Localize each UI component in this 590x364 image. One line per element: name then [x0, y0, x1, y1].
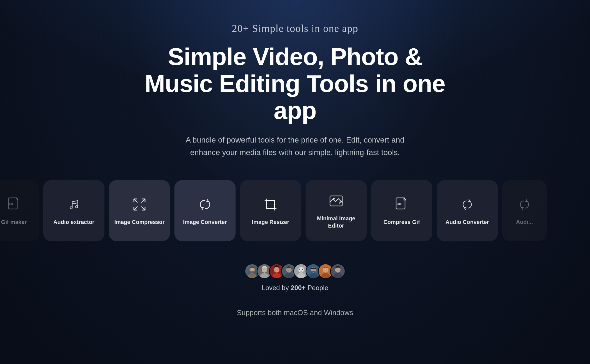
gif-file-icon: GIF: [5, 196, 23, 213]
hero-subtitle: A bundle of powerful tools for the price…: [181, 134, 409, 159]
tool-card-minimal-image-editor[interactable]: Minimal Image Editor: [306, 180, 367, 241]
svg-point-21: [298, 267, 304, 273]
tool-card-image-converter[interactable]: Image Converter: [174, 180, 236, 241]
refresh-audio-icon: [458, 196, 476, 213]
svg-point-12: [262, 267, 267, 273]
tool-card-image-resizer[interactable]: Image Resizer: [240, 180, 301, 241]
svg-point-15: [274, 267, 279, 273]
compress-arrows-icon: [131, 196, 148, 213]
music-notes-icon: [65, 196, 83, 213]
svg-point-4: [333, 198, 335, 200]
svg-point-23: [299, 269, 300, 270]
loved-text: Loved by 200+ People: [262, 284, 328, 292]
svg-point-10: [251, 268, 254, 271]
svg-text:GIF: GIF: [9, 202, 14, 206]
svg-text:GIF: GIF: [397, 202, 402, 206]
avatar: [330, 263, 346, 279]
avatars-row: [244, 263, 346, 279]
svg-rect-2: [267, 201, 274, 208]
audio-extractor-label: Audio extractor: [49, 218, 99, 226]
extra-label: Audi...: [511, 218, 537, 226]
image-converter-label: Image Converter: [179, 218, 231, 226]
image-edit-icon: [327, 192, 345, 210]
hero-title: Simple Video, Photo & Music Editing Tool…: [142, 43, 448, 124]
tool-card-gif-maker[interactable]: GIF Gif maker: [0, 180, 39, 241]
supports-text: Supports both macOS and Windows: [237, 308, 353, 317]
minimal-image-editor-label: Minimal Image Editor: [306, 215, 367, 229]
refresh-audio2-icon: [516, 196, 533, 213]
compress-gif-label: Compress Gif: [379, 218, 424, 226]
crop-icon: [262, 196, 279, 213]
page-wrapper: 20+ Simple tools in one app Simple Video…: [0, 0, 590, 317]
tool-card-image-compressor[interactable]: Image Compressor: [109, 180, 170, 241]
tool-card-audio-extractor[interactable]: Audio extractor: [43, 180, 104, 241]
social-proof: Loved by 200+ People: [244, 263, 346, 292]
tools-carousel: GIF Gif maker Audio extractor: [0, 174, 590, 247]
image-resizer-label: Image Resizer: [248, 218, 294, 226]
image-compressor-label: Image Compressor: [110, 218, 169, 226]
gif-maker-label: Gif maker: [0, 218, 31, 226]
svg-point-24: [302, 269, 303, 270]
tool-card-extra[interactable]: Audi...: [502, 180, 547, 241]
svg-point-8: [248, 273, 256, 278]
refresh-image-icon: [196, 196, 214, 213]
tool-card-audio-converter[interactable]: Audio Converter: [437, 180, 498, 241]
tagline: 20+ Simple tools in one app: [232, 22, 358, 34]
audio-converter-label: Audio Converter: [441, 218, 494, 226]
tool-card-compress-gif[interactable]: GIF Compress Gif: [371, 180, 432, 241]
gif-file2-icon: GIF: [393, 196, 411, 213]
